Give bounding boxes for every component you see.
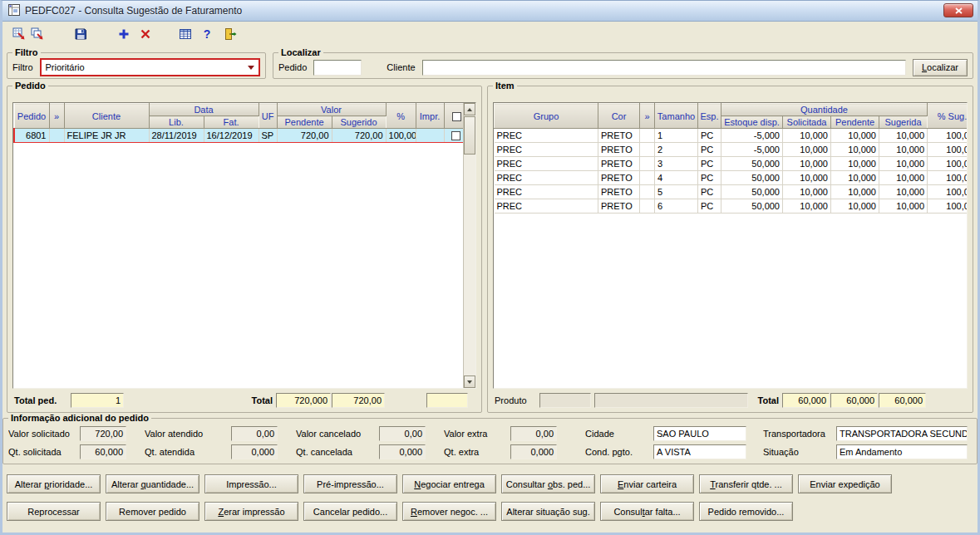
cell-tamanho[interactable]: 3	[655, 157, 698, 171]
cell-pendente[interactable]: 10,000	[831, 157, 879, 171]
col-header-quantidade[interactable]: Quantidade	[721, 104, 928, 116]
cell-pendente[interactable]: 10,000	[831, 185, 879, 199]
col-header-cliente[interactable]: Cliente	[64, 104, 149, 129]
pedido-input[interactable]	[313, 60, 362, 76]
cell-sugerida[interactable]: 10,000	[879, 129, 928, 143]
cell-esp[interactable]: PC	[698, 157, 721, 171]
table-row[interactable]: PRECPRETO4PC50,00010,00010,00010,000100,…	[495, 171, 968, 185]
action-button[interactable]: Cancelar pedido...	[303, 502, 397, 521]
col-header-chevron[interactable]: »	[640, 104, 655, 129]
cell-solicitada[interactable]: 10,000	[783, 171, 831, 185]
col-header-sugerido[interactable]: Sugerido	[332, 116, 386, 129]
cell-solicitada[interactable]: 10,000	[783, 129, 831, 143]
col-header-estoque[interactable]: Estoque disp.	[721, 116, 783, 129]
cliente-input[interactable]	[422, 60, 906, 76]
cell-chev[interactable]	[640, 143, 655, 157]
cell-cor[interactable]: PRETO	[598, 199, 640, 214]
cell-cor[interactable]: PRETO	[598, 157, 640, 171]
add-icon[interactable]	[115, 26, 133, 42]
cell-tamanho[interactable]: 6	[655, 199, 698, 214]
cell-cliente[interactable]: FELIPE JR JR	[64, 129, 149, 143]
col-header-fat[interactable]: Fat.	[204, 116, 259, 129]
col-header-uf[interactable]: UF	[259, 104, 277, 129]
close-button[interactable]	[943, 3, 973, 17]
action-button[interactable]: Transferir qtde. ...	[699, 474, 793, 493]
cell-pct[interactable]: 100,00	[928, 171, 968, 185]
action-button[interactable]: Alterar prioridade...	[7, 474, 101, 493]
save-icon[interactable]	[71, 26, 90, 42]
cell-tamanho[interactable]: 4	[655, 171, 698, 185]
cell-chev[interactable]	[640, 171, 655, 185]
cell-lib[interactable]: 28/11/2019	[149, 129, 204, 143]
localizar-button[interactable]: Localizar	[913, 59, 968, 76]
action-button[interactable]: Negociar entrega	[402, 474, 496, 493]
col-header-pedido[interactable]: Pedido	[14, 104, 49, 129]
grid-icon[interactable]	[176, 26, 195, 42]
cell-esp[interactable]: PC	[698, 171, 721, 185]
cell-sugerida[interactable]: 10,000	[879, 157, 928, 171]
action-button[interactable]: Consultar obs. ped...	[501, 474, 595, 493]
action-button[interactable]: Pedido removido...	[699, 502, 793, 521]
cell-estoque[interactable]: 50,000	[721, 199, 783, 214]
cell-esp[interactable]: PC	[698, 143, 721, 157]
col-header-tamanho[interactable]: Tamanho	[655, 104, 698, 129]
col-header-cor[interactable]: Cor	[598, 104, 640, 129]
scrollbar-thumb[interactable]	[464, 116, 475, 155]
cell-pendente[interactable]: 10,000	[831, 143, 879, 157]
col-header-grupo[interactable]: Grupo	[495, 104, 598, 129]
col-header-pct-sug[interactable]: % Sug.	[928, 104, 968, 129]
cell-chev[interactable]	[640, 129, 655, 143]
delete-icon[interactable]	[136, 26, 155, 42]
col-header-valor[interactable]: Valor	[277, 104, 386, 116]
col-header-impr[interactable]: Impr.	[416, 104, 444, 129]
action-button[interactable]: Alterar quantidade...	[106, 474, 199, 493]
scroll-down-button[interactable]	[464, 375, 475, 388]
table-row[interactable]: PRECPRETO1PC-5,00010,00010,00010,000100,…	[495, 129, 968, 143]
cell-pedido[interactable]: 6801	[14, 129, 49, 143]
cell-cor[interactable]: PRETO	[598, 171, 640, 185]
exit-icon[interactable]	[221, 26, 239, 42]
table-row[interactable]: PRECPRETO5PC50,00010,00010,00010,000100,…	[495, 185, 968, 199]
cell-grupo[interactable]: PREC	[495, 143, 598, 157]
cell-pendente[interactable]: 10,000	[831, 129, 879, 143]
cell-chev[interactable]	[640, 185, 655, 199]
col-header-pendente[interactable]: Pendente	[277, 116, 332, 129]
action-button[interactable]: Enviar carteira	[600, 474, 694, 493]
help-icon[interactable]: ?	[198, 26, 216, 42]
table-row[interactable]: 6801FELIPE JR JR28/11/201916/12/2019SP72…	[14, 129, 469, 143]
cell-estoque[interactable]: 50,000	[721, 157, 783, 171]
cell-pendente[interactable]: 10,000	[831, 199, 879, 214]
cell-chev[interactable]	[640, 157, 655, 171]
cell-grupo[interactable]: PREC	[495, 185, 598, 199]
action-button[interactable]: Alterar situação sug.	[501, 502, 595, 521]
col-header-esp[interactable]: Esp.	[698, 104, 721, 129]
header-checkbox[interactable]	[452, 112, 461, 121]
action-button[interactable]: Enviar expedição	[798, 474, 892, 493]
cell-tamanho[interactable]: 5	[655, 185, 698, 199]
cell-pct[interactable]: 100,00	[928, 157, 968, 171]
cell-solicitada[interactable]: 10,000	[783, 199, 831, 214]
cell-impr[interactable]	[416, 129, 444, 143]
action-button[interactable]: Remover negoc. ...	[402, 502, 496, 521]
cell-estoque[interactable]: -5,000	[721, 129, 783, 143]
cell-grupo[interactable]: PREC	[495, 129, 598, 143]
cell-sugerida[interactable]: 10,000	[879, 199, 928, 214]
cell-pct[interactable]: 100,00	[928, 185, 968, 199]
action-button[interactable]: Reprocessar	[7, 502, 101, 521]
table-row[interactable]: PRECPRETO3PC50,00010,00010,00010,000100,…	[495, 157, 968, 171]
col-header-chevron[interactable]: »	[49, 104, 64, 129]
col-header-sugerida[interactable]: Sugerida	[879, 116, 928, 129]
table-row[interactable]: PRECPRETO2PC-5,00010,00010,00010,000100,…	[495, 143, 968, 157]
cell-fat[interactable]: 16/12/2019	[204, 129, 259, 143]
scroll-up-button[interactable]	[464, 103, 475, 115]
cell-sugerida[interactable]: 10,000	[879, 143, 928, 157]
cell-sugerido[interactable]: 720,00	[332, 129, 386, 143]
cell-pct[interactable]: 100,00	[928, 129, 968, 143]
cell-sugerida[interactable]: 10,000	[879, 185, 928, 199]
cell-pct[interactable]: 100,00	[928, 143, 968, 157]
col-header-solicitada[interactable]: Solicitada	[783, 116, 831, 129]
cell-cor[interactable]: PRETO	[598, 143, 640, 157]
cell-solicitada[interactable]: 10,000	[783, 157, 831, 171]
cell-grupo[interactable]: PREC	[495, 157, 598, 171]
action-button[interactable]: Pré-impressão...	[303, 474, 397, 493]
